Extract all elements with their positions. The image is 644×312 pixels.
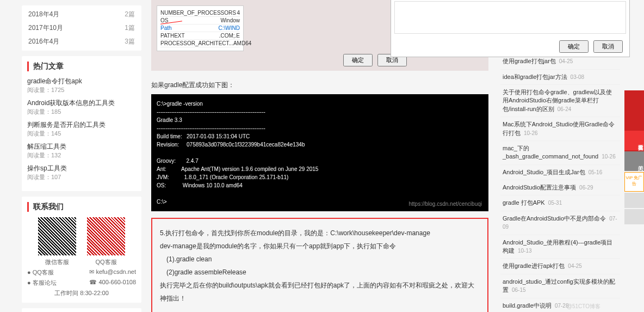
- qq-qr: [87, 217, 125, 255]
- env-vars-table: NUMBER_OF_PROCESSORS4 OSWindow PathC:\WI…: [157, 5, 244, 51]
- wechat-qr: [38, 217, 76, 255]
- hot-link[interactable]: 解压缩工具类: [27, 142, 136, 151]
- feedback-button[interactable]: [624, 209, 644, 224]
- hot-link[interactable]: 操作sp工具类: [27, 164, 136, 173]
- contact-title: 联系我们: [27, 202, 136, 212]
- archive-item[interactable]: 2016年4月3篇: [24, 35, 139, 48]
- related-link[interactable]: 使用gradle进行apk打包: [503, 262, 565, 269]
- dialog: 确定 取消: [391, 0, 630, 57]
- dialog-cancel[interactable]: 取消: [593, 40, 623, 53]
- related-link[interactable]: build.gradle中说明: [503, 302, 552, 309]
- watermark: @51CTO博客: [567, 303, 600, 310]
- hot-articles-title: 热门文章: [27, 62, 136, 71]
- qq-service[interactable]: ● QQ客服: [27, 268, 54, 277]
- scroll-top-button[interactable]: [624, 193, 644, 208]
- related-link[interactable]: Mac系统下Android_Studio使用Gradle命令行打包: [503, 121, 615, 136]
- related-link[interactable]: mac_下的_bash_gradle_command_not_found: [503, 145, 598, 160]
- terminal-output: C:\>gradle -version --------------------…: [151, 94, 488, 211]
- related-link[interactable]: AndroidStudio配置注意事项: [503, 184, 576, 191]
- hot-link[interactable]: Android获取版本信息的工具类: [27, 99, 136, 108]
- hot-link[interactable]: gradle命令打包apk: [27, 77, 136, 86]
- email-link[interactable]: ✉ kefu@csdn.net: [89, 268, 136, 277]
- archive-item[interactable]: 2018年4月2篇: [24, 8, 139, 21]
- instruction-box: 5.执行打包命令，首先找到你所在module的目录，我的是：C:\work\ho…: [151, 218, 488, 312]
- phone-link[interactable]: ☎ 400-660-0108: [89, 279, 136, 287]
- related-link[interactable]: gradle 打包APK: [503, 199, 545, 206]
- related-link[interactable]: 使用gradle打包jar包: [503, 58, 556, 64]
- related-link[interactable]: Android_Studio_项目生成Jar包: [503, 169, 585, 175]
- hot-link[interactable]: 判断服务是否开启的工具类: [27, 120, 136, 130]
- forum-link[interactable]: ● 客服论坛: [27, 279, 57, 287]
- related-link[interactable]: idea和gradle打包jar方法: [503, 74, 567, 80]
- related-link[interactable]: Gradle在AndroidStudio中不是内部命令: [503, 215, 606, 222]
- vote-button[interactable]: 投票有奖: [624, 131, 644, 150]
- archive-item[interactable]: 2017年10月1篇: [24, 21, 139, 35]
- vip-button[interactable]: VIP 免广告: [624, 172, 644, 192]
- article-text: 如果gradle配置成功如下图：: [151, 81, 488, 90]
- close-button[interactable]: 关闭: [624, 151, 644, 171]
- ok-button[interactable]: 确定: [343, 54, 373, 66]
- dialog-ok[interactable]: 确定: [559, 40, 589, 53]
